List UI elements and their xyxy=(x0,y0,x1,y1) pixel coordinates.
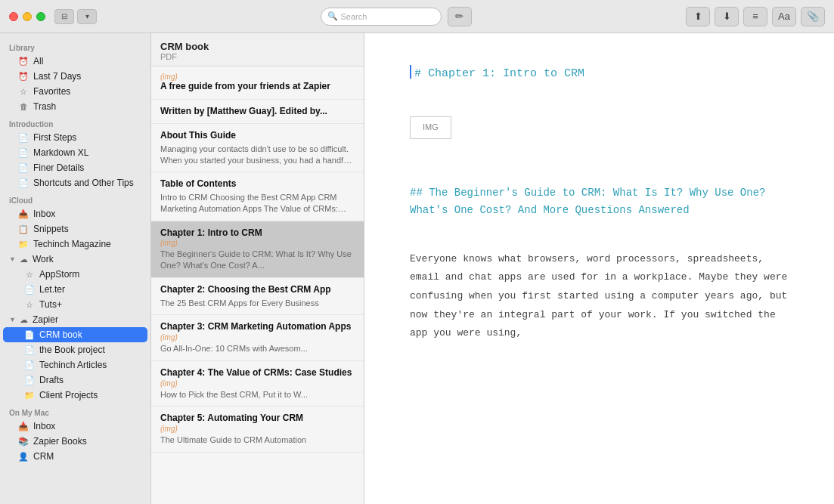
close-button[interactable] xyxy=(9,12,18,21)
sidebar-item-tuts[interactable]: ☆ Tuts+ xyxy=(3,297,147,312)
doc-icon: 📄 xyxy=(24,345,35,355)
main-area: Library ⏰ All ⏰ Last 7 Days ☆ Favorites … xyxy=(0,33,834,504)
titlebar: ⊟ ▾ 🔍 Search ✏ ⬆ ⬇ ≡ Aa 📎 xyxy=(0,0,834,33)
document-list: CRM book PDF (img) A free guide from you… xyxy=(151,33,364,504)
layout-dropdown[interactable]: ▾ xyxy=(77,9,97,24)
sidebar-item-label: Snippets xyxy=(33,224,69,234)
inbox-icon: 📥 xyxy=(18,209,29,219)
sidebar-item-last7[interactable]: ⏰ Last 7 Days xyxy=(3,69,147,84)
sidebar-item-label: CRM book xyxy=(39,329,82,340)
sync-button[interactable]: ⬇ xyxy=(715,7,739,26)
sidebar-item-letter[interactable]: 📄 Let.ter xyxy=(3,282,147,297)
doc-icon: 📄 xyxy=(18,163,29,173)
search-bar[interactable]: 🔍 Search xyxy=(321,8,442,26)
doc-item-ch5[interactable]: Chapter 5: Automating Your CRM (img) The… xyxy=(151,407,364,452)
sidebar-item-label: Finer Details xyxy=(33,162,84,173)
folder-icon: 📁 xyxy=(18,240,29,249)
editor-body: Everyone knows what browsers, word proce… xyxy=(410,250,789,343)
sidebar-item-label: First Steps xyxy=(33,132,76,143)
sidebar-item-crm-book[interactable]: 📄 CRM book xyxy=(3,327,147,342)
editor[interactable]: # Chapter 1: Intro to CRM IMG ## The Beg… xyxy=(364,33,834,504)
sidebar-item-label: Client Projects xyxy=(39,390,98,400)
sidebar-item-label: Tuts+ xyxy=(39,299,62,310)
minimize-button[interactable] xyxy=(23,12,32,21)
doc-icon: 📄 xyxy=(18,148,29,158)
sidebar-item-all[interactable]: ⏰ All xyxy=(3,54,147,69)
work-group-label: Work xyxy=(33,254,54,264)
toolbar-right: ⬆ ⬇ ≡ Aa 📎 xyxy=(686,7,825,26)
doc-item-preview: Intro to CRM Choosing the Best CRM App C… xyxy=(160,192,355,215)
sidebar-item-favorites[interactable]: ☆ Favorites xyxy=(3,84,147,99)
doc-item-ch4[interactable]: Chapter 4: The Value of CRMs: Case Studi… xyxy=(151,361,364,407)
doc-item-ch3[interactable]: Chapter 3: CRM Marketing Automation Apps… xyxy=(151,315,364,360)
sidebar-item-shortcuts[interactable]: 📄 Shortcuts and Other Tips xyxy=(3,175,147,190)
doc-item-title: Written by [Matthew Guay]. Edited by... xyxy=(160,106,355,118)
window-controls: ⊟ ▾ xyxy=(54,9,97,24)
sidebar-item-label: Techinch Articles xyxy=(39,360,107,370)
doc-item-ch2[interactable]: Chapter 2: Choosing the Best CRM App The… xyxy=(151,278,364,315)
doc-item-preview: Managing your contacts didn't use to be … xyxy=(160,144,355,166)
doc-item-img-tag: (img) xyxy=(160,379,355,388)
doc-list-header: CRM book PDF xyxy=(151,33,364,66)
chevron-down-icon: ▼ xyxy=(9,255,16,263)
sidebar-item-first-steps[interactable]: 📄 First Steps xyxy=(3,130,147,145)
doc-item-title: Chapter 2: Choosing the Best CRM App xyxy=(160,284,355,296)
sidebar-item-techinch[interactable]: 📁 Techinch Magazine xyxy=(3,237,147,252)
doc-item-title: About This Guide xyxy=(160,130,355,142)
editor-h1: # Chapter 1: Intro to CRM xyxy=(414,63,584,84)
sidebar-item-label: the Book project xyxy=(39,345,105,355)
sidebar-item-label: Zapier Books xyxy=(33,436,87,447)
doc-item-img-tag: (img) xyxy=(160,333,355,342)
sidebar-item-zapier-books[interactable]: 📚 Zapier Books xyxy=(3,434,147,449)
doc-item-toc[interactable]: Table of Contents Intro to CRM Choosing … xyxy=(151,172,364,221)
cloud-icon: ☁ xyxy=(19,255,29,264)
doc-item-preview: Go All-In-One: 10 CRMs with Awesom... xyxy=(160,343,355,354)
sidebar-item-book-project[interactable]: 📄 the Book project xyxy=(3,342,147,357)
sidebar-item-snippets[interactable]: 📋 Snippets xyxy=(3,221,147,237)
doc-item-written[interactable]: Written by [Matthew Guay]. Edited by... xyxy=(151,100,364,125)
sidebar-item-inbox[interactable]: 📥 Inbox xyxy=(3,206,147,221)
star-icon: ☆ xyxy=(24,300,35,310)
sidebar-item-label: Trash xyxy=(33,101,56,112)
doc-item-about[interactable]: About This Guide Managing your contacts … xyxy=(151,124,364,172)
work-group-toggle[interactable]: ▼ ☁ Work xyxy=(3,252,147,267)
zapier-group-label: Zapier xyxy=(33,314,58,325)
doc-item-title: Chapter 5: Automating Your CRM xyxy=(160,413,355,425)
menu-button[interactable]: ≡ xyxy=(743,7,767,26)
doc-item-intro[interactable]: (img) A free guide from your friends at … xyxy=(151,66,364,100)
zapier-group-toggle[interactable]: ▼ ☁ Zapier xyxy=(3,312,147,327)
intro-section-label: Introduction xyxy=(0,114,150,130)
sidebar-item-label: Inbox xyxy=(33,209,55,219)
sidebar-item-markdown[interactable]: 📄 Markdown XL xyxy=(3,145,147,160)
doc-item-title: Table of Contents xyxy=(160,178,355,190)
sidebar-item-trash[interactable]: 🗑 Trash xyxy=(3,99,147,114)
doc-item-img-tag: (img) xyxy=(160,73,355,81)
inbox-icon: 📥 xyxy=(18,422,29,431)
icloud-section-label: iCloud xyxy=(0,190,150,206)
attach-button[interactable]: 📎 xyxy=(801,7,825,26)
format-button[interactable]: Aa xyxy=(772,7,796,26)
sidebar-item-crm[interactable]: 👤 CRM xyxy=(3,449,147,464)
compose-button[interactable]: ✏ xyxy=(448,7,472,26)
doc-icon: 📄 xyxy=(18,178,29,188)
sidebar-item-mac-inbox[interactable]: 📥 Inbox xyxy=(3,419,147,434)
layout-toggle[interactable]: ⊟ xyxy=(54,9,74,24)
sidebar-item-finer-details[interactable]: 📄 Finer Details xyxy=(3,160,147,175)
sidebar-item-techinch-articles[interactable]: 📄 Techinch Articles xyxy=(3,357,147,373)
doc-item-preview: The Ultimate Guide to CRM Automation xyxy=(160,434,355,446)
sidebar-item-label: CRM xyxy=(33,451,54,462)
sidebar-item-appstorm[interactable]: ☆ AppStorm xyxy=(3,267,147,282)
sidebar-item-label: Techinch Magazine xyxy=(33,239,111,249)
person-icon: 👤 xyxy=(18,452,29,462)
doc-icon: 📄 xyxy=(24,360,35,370)
sidebar-item-drafts[interactable]: 📄 Drafts xyxy=(3,373,147,388)
doc-item-ch1[interactable]: Chapter 1: Intro to CRM (img) The Beginn… xyxy=(151,221,364,278)
share-button[interactable]: ⬆ xyxy=(686,7,710,26)
traffic-lights xyxy=(9,12,45,21)
sidebar-item-label: Inbox xyxy=(33,421,55,431)
sidebar-item-label: All xyxy=(33,56,43,66)
sidebar-item-client-projects[interactable]: 📁 Client Projects xyxy=(3,388,147,403)
sidebar-item-label: Let.ter xyxy=(39,284,65,295)
doc-item-title: A free guide from your friends at Zapier xyxy=(160,81,355,93)
maximize-button[interactable] xyxy=(36,12,45,21)
